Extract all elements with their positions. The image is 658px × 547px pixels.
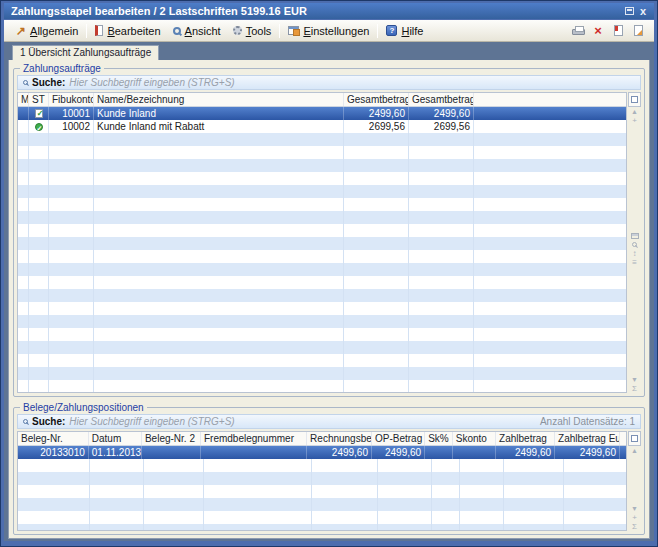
- nav-down-icon[interactable]: ▼: [631, 375, 638, 384]
- column-separator: [48, 133, 49, 392]
- copy-icon: [631, 435, 638, 442]
- column-separator: [563, 459, 564, 530]
- column-header-gesamtbetrag-euro[interactable]: Gesamtbetrag Euro: [409, 93, 474, 106]
- column-header-st[interactable]: ST: [29, 93, 49, 106]
- cell-name: Kunde Inland: [94, 107, 344, 120]
- column-separator: [28, 133, 29, 392]
- sort-icon[interactable]: ↕: [633, 249, 637, 258]
- orders-search-input[interactable]: [69, 77, 635, 88]
- orders-table-wrap: M ST Fibukonto Name/Bezeichnung Gesamtbe…: [17, 92, 641, 393]
- cell-m: [18, 120, 29, 133]
- search-column-icon[interactable]: [632, 242, 637, 247]
- menu-separator: [86, 24, 87, 38]
- gear-icon: [233, 26, 242, 35]
- cell-st: [29, 120, 49, 133]
- cell-fibukonto: 10002: [49, 120, 94, 133]
- column-header-beleg-nr-2[interactable]: Beleg-Nr. 2: [142, 432, 201, 445]
- cell-sk: [425, 446, 453, 459]
- document-red-button[interactable]: [608, 22, 628, 40]
- record-count: Anzahl Datensätze: 1: [540, 416, 635, 427]
- orders-search-bar: Suche:: [17, 75, 641, 90]
- column-header-sk[interactable]: Sk%: [425, 432, 453, 445]
- column-header-fremdbelegnummer[interactable]: Fremdbelegnummer: [201, 432, 307, 445]
- nav-up-icon[interactable]: ▲: [631, 107, 638, 116]
- column-separator: [431, 459, 432, 530]
- positions-search-bar: Suche: Anzahl Datensätze: 1: [17, 414, 641, 429]
- check-circle-icon: [35, 123, 43, 131]
- help-icon: [386, 25, 397, 36]
- column-separator: [311, 459, 312, 530]
- cell-datum: 01.11.2013 /Fr: [89, 446, 142, 459]
- cell-fibukonto: 10001: [49, 107, 94, 120]
- column-header-zahlbetrag[interactable]: Zahlbetrag: [496, 432, 555, 445]
- sum-icon[interactable]: Σ: [632, 384, 637, 393]
- sum-icon[interactable]: Σ: [632, 522, 637, 531]
- delete-button[interactable]: [588, 22, 608, 40]
- cell-m: [18, 107, 29, 120]
- cell-filler: [620, 446, 626, 459]
- menu-item-tools[interactable]: Tools: [227, 23, 278, 39]
- settings-icon: [288, 26, 299, 35]
- column-header-op-betrag[interactable]: OP-Betrag: [372, 432, 425, 445]
- search-icon: [23, 80, 28, 85]
- restore-button[interactable]: [622, 5, 636, 18]
- menu-item-allgemein[interactable]: Allgemein: [10, 23, 84, 39]
- column-separator: [459, 459, 460, 530]
- column-separator: [503, 459, 504, 530]
- column-header-zahlbetrag-euro[interactable]: Zahlbetrag Euro: [555, 432, 620, 445]
- list-menu-icon[interactable]: ≡: [632, 258, 637, 267]
- menu-bar: Allgemein Bearbeiten Ansicht Tools Einst…: [4, 20, 654, 42]
- document-red-icon: [614, 25, 623, 36]
- menu-item-hilfe[interactable]: Hilfe: [380, 23, 429, 39]
- cell-gesamtbetrag: 2699,56: [344, 120, 409, 133]
- column-header-skonto[interactable]: Skonto: [453, 432, 496, 445]
- title-bar: Zahlungsstapel bearbeiten / 2 Lastschrif…: [4, 3, 654, 19]
- copy-grid-button[interactable]: [628, 431, 641, 446]
- menu-item-einstellungen[interactable]: Einstellungen: [282, 23, 375, 39]
- column-separator: [203, 459, 204, 530]
- grid-view-icon[interactable]: [631, 233, 639, 239]
- cell-beleg-nr: 20133010: [18, 446, 89, 459]
- close-button[interactable]: x: [636, 5, 650, 18]
- copy-grid-button[interactable]: [628, 92, 641, 107]
- empty-rows: [18, 459, 626, 530]
- main-area: 1 Übersicht Zahlungsaufträge Zahlungsauf…: [4, 42, 654, 541]
- document-new-button[interactable]: [628, 22, 648, 40]
- column-header-fibukonto[interactable]: Fibukonto: [49, 93, 94, 106]
- orders-table: M ST Fibukonto Name/Bezeichnung Gesamtbe…: [17, 92, 627, 393]
- positions-side-toolbar: ▲ ▼ + Σ: [628, 431, 641, 531]
- cell-filler: [474, 107, 626, 120]
- menu-label: Bearbeiten: [107, 25, 160, 37]
- copy-icon: [631, 96, 638, 103]
- table-row[interactable]: 20133010 01.11.2013 /Fr 2499,60 2499,60 …: [18, 446, 626, 459]
- column-header-beleg-nr[interactable]: Beleg-Nr.: [18, 432, 89, 445]
- column-header-m[interactable]: M: [18, 93, 29, 106]
- menu-separator: [279, 24, 280, 38]
- table-row[interactable]: 10001 Kunde Inland 2499,60 2499,60: [18, 107, 626, 120]
- document-new-icon: [634, 25, 643, 36]
- table-row[interactable]: 10002 Kunde Inland mit Rabatt 2699,56 26…: [18, 120, 626, 133]
- nav-down-icon[interactable]: ▼: [631, 504, 638, 513]
- add-icon[interactable]: +: [632, 513, 637, 522]
- cell-skonto: [453, 446, 496, 459]
- add-icon[interactable]: +: [632, 116, 637, 125]
- tab-uebersicht-zahlungsauftraege[interactable]: 1 Übersicht Zahlungsaufträge: [12, 45, 159, 60]
- column-header-gesamtbetrag[interactable]: Gesamtbetrag: [344, 93, 409, 106]
- positions-search-input[interactable]: [69, 416, 536, 427]
- magnifier-icon: [173, 27, 181, 35]
- cell-gesamtbetrag-euro: 2499,60: [409, 107, 474, 120]
- menu-item-bearbeiten[interactable]: Bearbeiten: [89, 23, 166, 39]
- column-header-rechnungsbetrag[interactable]: Rechnungsbetrag: [307, 432, 372, 445]
- menu-label: Hilfe: [401, 25, 423, 37]
- arrow-up-right-icon: [16, 26, 26, 36]
- delete-icon: [594, 25, 602, 37]
- column-header-name[interactable]: Name/Bezeichnung: [94, 93, 344, 106]
- orders-table-header: M ST Fibukonto Name/Bezeichnung Gesamtbe…: [18, 93, 626, 107]
- group-title: Zahlungsaufträge: [20, 63, 104, 74]
- print-button[interactable]: [568, 22, 588, 40]
- column-header-datum[interactable]: Datum: [89, 432, 142, 445]
- menu-item-ansicht[interactable]: Ansicht: [167, 23, 227, 39]
- group-title: Belege/Zahlungspositionen: [20, 402, 147, 413]
- window-title: Zahlungsstapel bearbeiten / 2 Lastschrif…: [11, 5, 622, 17]
- nav-up-icon[interactable]: ▲: [631, 446, 638, 455]
